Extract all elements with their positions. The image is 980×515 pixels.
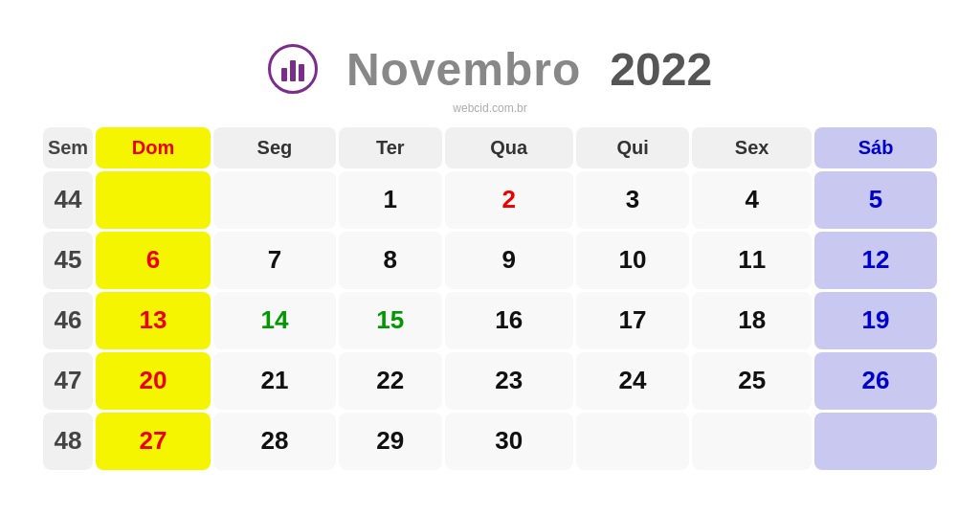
cell-dom: 20: [96, 352, 211, 410]
calendar-body: 4412345456789101112461314151617181947202…: [43, 171, 937, 470]
cell-sem: 45: [43, 232, 93, 289]
cell-qui: [576, 413, 689, 470]
table-row: 456789101112: [43, 232, 937, 289]
cell-sab: 26: [814, 352, 937, 410]
cell-sex: [692, 413, 812, 470]
logo-bars: [281, 56, 304, 81]
cell-ter: 1: [339, 171, 442, 229]
table-row: 4412345: [43, 171, 937, 229]
col-sem: Sem: [43, 127, 93, 168]
cell-qui: 10: [576, 232, 689, 289]
table-row: 4613141516171819: [43, 292, 937, 349]
cell-qua: 2: [445, 171, 573, 229]
cell-dom: 27: [96, 413, 211, 470]
cell-sem: 46: [43, 292, 93, 349]
cell-sab: 19: [814, 292, 937, 349]
calendar-wrapper: Novembro 2022 webcid.com.br Sem Dom Seg …: [31, 24, 949, 492]
bar1: [281, 68, 287, 81]
cell-sex: 25: [692, 352, 812, 410]
table-row: 4720212223242526: [43, 352, 937, 410]
col-ter: Ter: [339, 127, 442, 168]
cell-ter: 29: [339, 413, 442, 470]
col-qui: Qui: [576, 127, 689, 168]
cell-sem: 47: [43, 352, 93, 410]
cell-qua: 9: [445, 232, 573, 289]
table-row: 4827282930: [43, 413, 937, 470]
col-qua: Qua: [445, 127, 573, 168]
cell-sab: 12: [814, 232, 937, 289]
logo-icon: [268, 44, 318, 94]
calendar-table: Sem Dom Seg Ter Qua Qui Sex Sáb 44123454…: [40, 124, 940, 473]
cell-sex: 11: [692, 232, 812, 289]
cell-dom: [96, 171, 211, 229]
cell-qua: 23: [445, 352, 573, 410]
subtitle: webcid.com.br: [40, 101, 940, 115]
bar2: [290, 60, 296, 81]
cell-sex: 4: [692, 171, 812, 229]
cell-sab: [814, 413, 937, 470]
cell-qui: 3: [576, 171, 689, 229]
cell-qui: 24: [576, 352, 689, 410]
cell-sem: 48: [43, 413, 93, 470]
cell-seg: 28: [213, 413, 336, 470]
col-sex: Sex: [692, 127, 812, 168]
cell-ter: 22: [339, 352, 442, 410]
header-row: Sem Dom Seg Ter Qua Qui Sex Sáb: [43, 127, 937, 168]
cell-seg: 21: [213, 352, 336, 410]
cell-ter: 15: [339, 292, 442, 349]
col-sab: Sáb: [814, 127, 937, 168]
cell-sab: 5: [814, 171, 937, 229]
cell-sem: 44: [43, 171, 93, 229]
col-dom: Dom: [96, 127, 211, 168]
cell-seg: 14: [213, 292, 336, 349]
cell-qua: 16: [445, 292, 573, 349]
bar3: [299, 64, 304, 81]
year-title: 2022: [610, 43, 712, 96]
cell-qui: 17: [576, 292, 689, 349]
calendar-header: Novembro 2022: [40, 43, 940, 96]
cell-seg: 7: [213, 232, 336, 289]
col-seg: Seg: [213, 127, 336, 168]
cell-ter: 8: [339, 232, 442, 289]
cell-dom: 13: [96, 292, 211, 349]
cell-sex: 18: [692, 292, 812, 349]
cell-dom: 6: [96, 232, 211, 289]
cell-qua: 30: [445, 413, 573, 470]
month-title: Novembro: [346, 43, 581, 96]
cell-seg: [213, 171, 336, 229]
